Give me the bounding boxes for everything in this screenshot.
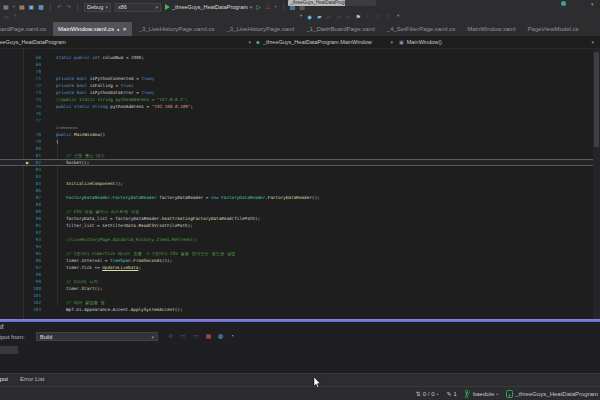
- code-line[interactable]: 98: [0, 271, 593, 278]
- next-message-icon[interactable]: ▭: [193, 333, 199, 339]
- compare-icon[interactable]: ◆: [307, 14, 312, 20]
- code-line[interactable]: 75public static string pythonAddress = "…: [0, 103, 593, 110]
- code-line[interactable]: 68static public int columNum = 2000;: [0, 54, 593, 61]
- code-line[interactable]: 91filter_list = setFilterData.ReadCSV(se…: [0, 222, 593, 229]
- code-line[interactable]: 88: [0, 201, 593, 208]
- feedback-icon[interactable]: [561, 1, 566, 6]
- chevron-down-icon[interactable]: ▾: [300, 14, 302, 19]
- code-line[interactable]: 92: [0, 229, 593, 236]
- start-debugging-button[interactable]: _threeGuys_HeatDataProgram ▾: [165, 4, 252, 10]
- search-box[interactable]: _threeGuys_HeatDataProgram: [288, 0, 376, 6]
- save-icon[interactable]: ▣: [29, 4, 35, 10]
- document-tab[interactable]: _1_DashBoardPage.xaml.cs: [0, 22, 51, 36]
- find-message-icon[interactable]: ⊘: [168, 333, 173, 339]
- document-tab[interactable]: PageViewModel.cs: [523, 22, 584, 36]
- code-line[interactable]: 80: [0, 145, 593, 152]
- document-tab[interactable]: _4_SetFilterPage.xaml.cs: [382, 22, 460, 36]
- chevron-down-icon[interactable]: ▾: [274, 5, 276, 10]
- code-line[interactable]: 0 references: [0, 124, 593, 131]
- code-line[interactable]: 99// 타이머 시작: [0, 278, 593, 285]
- line-text: //LiveHistoryPage.dataGrid_History.Items…: [44, 236, 198, 243]
- code-line[interactable]: 96timer.Interval = TimeSpan.FromSeconds(…: [0, 257, 593, 264]
- output-source-dropdown[interactable]: Build ▾: [36, 332, 158, 341]
- tab-output[interactable]: Output: [0, 374, 14, 386]
- undo-icon[interactable]: ↶: [57, 4, 62, 10]
- code-line[interactable]: 73private bool isPythonDataError = true;: [0, 89, 593, 96]
- toolbox-icon[interactable]: ▦: [3, 4, 9, 10]
- code-line[interactable]: 103Wpf.Ui.Appearance.Accent.ApplySystemA…: [0, 306, 593, 313]
- clock-icon[interactable]: ◔: [230, 333, 234, 339]
- line-text: private bool isPythonDataError = true;: [44, 89, 154, 96]
- line-text: public static string pythonAddress = "19…: [44, 103, 193, 110]
- prev-message-icon[interactable]: ▭: [180, 333, 186, 339]
- code-line[interactable]: 100timer.Start();: [0, 285, 593, 292]
- breadcrumb-type-dropdown[interactable]: ◈ _threeGuys_HeatDataProgram.MainWindow …: [256, 36, 396, 48]
- chevron-down-icon[interactable]: ▾: [397, 14, 399, 19]
- line-text: public MainWindow(): [44, 131, 105, 138]
- dim-tool-icon[interactable]: ▱: [336, 14, 341, 20]
- code-line[interactable]: 77: [0, 117, 593, 124]
- editor-scrollbar[interactable]: [593, 49, 600, 319]
- bookmark-window-icon[interactable]: ⚐: [387, 14, 392, 20]
- solution-platform-dropdown[interactable]: x86 ▾: [115, 3, 161, 12]
- bookmark-icon[interactable]: ⚑: [355, 14, 360, 20]
- open-file-icon[interactable]: ▤: [19, 4, 25, 10]
- code-line[interactable]: 86: [0, 187, 593, 194]
- tab-error-list[interactable]: Error List: [14, 374, 50, 386]
- code-line[interactable]: 93//LiveHistoryPage.dataGrid_History.Ite…: [0, 236, 593, 243]
- document-tab[interactable]: _3_LiveHistoryPage.xaml.cs: [134, 22, 220, 36]
- code-line[interactable]: 95// 1초마다 timerTick 메서드 호출 -> 1초마다 CSV 열…: [0, 250, 593, 257]
- scrollbar-thumb[interactable]: [594, 52, 599, 147]
- code-line[interactable]: 79{: [0, 138, 593, 145]
- code-line[interactable]: 97timer.Tick += UpdateLiveData;: [0, 264, 593, 271]
- save-all-icon[interactable]: ▩: [38, 4, 44, 10]
- code-line[interactable]: 69: [0, 61, 593, 68]
- breadcrumb-project-dropdown[interactable]: _threeGuys_HeatDataProgram ▾: [0, 36, 255, 48]
- document-tab[interactable]: MainWindow.xaml: [462, 22, 520, 36]
- code-line[interactable]: 70: [0, 68, 593, 75]
- code-line[interactable]: 71private bool isPythonConnected = true;: [0, 75, 593, 82]
- document-tab[interactable]: _3_LiveHistoryPage.xaml: [221, 22, 299, 36]
- code-line[interactable]: 101: [0, 292, 593, 299]
- code-line[interactable]: 84: [0, 173, 593, 180]
- code-line[interactable]: 81// 소켓 통신 대기: [0, 152, 593, 159]
- redo-icon[interactable]: ↷: [66, 4, 71, 10]
- breadcrumb-member-dropdown[interactable]: ▣ MainWindow() ▾: [399, 36, 597, 48]
- user-menu-icon[interactable]: ▾: [591, 1, 594, 7]
- git-repo-status[interactable]: _threeGuys_HeatDataProgram: [506, 390, 598, 398]
- prev-bookmark-icon[interactable]: ⚐: [366, 14, 371, 20]
- mouse-cursor: [313, 377, 321, 388]
- code-line[interactable]: 90factoryData_list = factoryDataReader.h…: [0, 215, 593, 222]
- git-branch-status[interactable]: baedole ▴: [465, 390, 498, 398]
- chevron-down-icon[interactable]: ▾: [14, 14, 16, 19]
- dim-tool-icon[interactable]: ▱: [346, 14, 351, 20]
- code-line[interactable]: 85InitializeComponent();: [0, 180, 593, 187]
- pending-edits-status[interactable]: ✎ 1: [447, 390, 457, 397]
- start-without-debugging-icon[interactable]: ▷: [256, 4, 261, 10]
- ruler-icon[interactable]: ▰: [317, 14, 322, 20]
- next-bookmark-icon[interactable]: ⚐: [376, 14, 381, 20]
- code-line[interactable]: 78public MainWindow(): [0, 131, 593, 138]
- close-icon[interactable]: ✕: [122, 26, 126, 32]
- code-editor[interactable]: 68static public int columNum = 2000;6970…: [0, 49, 600, 319]
- code-line[interactable]: 89// CSV 파일 열어서 리스트에 저장: [0, 208, 593, 215]
- document-tab[interactable]: _1_DashBoardPage.xaml: [301, 22, 379, 36]
- solution-configuration-dropdown[interactable]: Debug ▾: [84, 3, 111, 12]
- code-line[interactable]: 87FactoryDataReader.FactoryDataReader fa…: [0, 194, 593, 201]
- code-line-current[interactable]: 82Socket();▶: [0, 159, 593, 166]
- clear-all-icon[interactable]: ▦: [205, 333, 211, 339]
- hot-reload-icon[interactable]: ♨: [265, 4, 270, 10]
- chevron-down-icon[interactable]: ▾: [13, 5, 15, 10]
- word-wrap-icon[interactable]: ◍: [218, 333, 223, 339]
- dim-tool-icon[interactable]: ▱: [4, 14, 9, 20]
- code-line[interactable]: 76: [0, 110, 593, 117]
- git-sync-status[interactable]: ⇅ 0 / 0 ▴: [416, 390, 439, 397]
- code-line[interactable]: 72private bool isFalling = true;: [0, 82, 593, 89]
- line-number: 82: [0, 160, 44, 165]
- code-line[interactable]: 83: [0, 166, 593, 173]
- code-line[interactable]: 94: [0, 243, 593, 250]
- dim-tool-icon[interactable]: ▱: [327, 14, 332, 20]
- code-line[interactable]: 102// 테마 깔맞춤 용: [0, 299, 593, 306]
- code-line[interactable]: 74//public static string pythonAddress =…: [0, 96, 593, 103]
- document-tab[interactable]: MainWindow.xaml.cs●✕: [53, 22, 132, 36]
